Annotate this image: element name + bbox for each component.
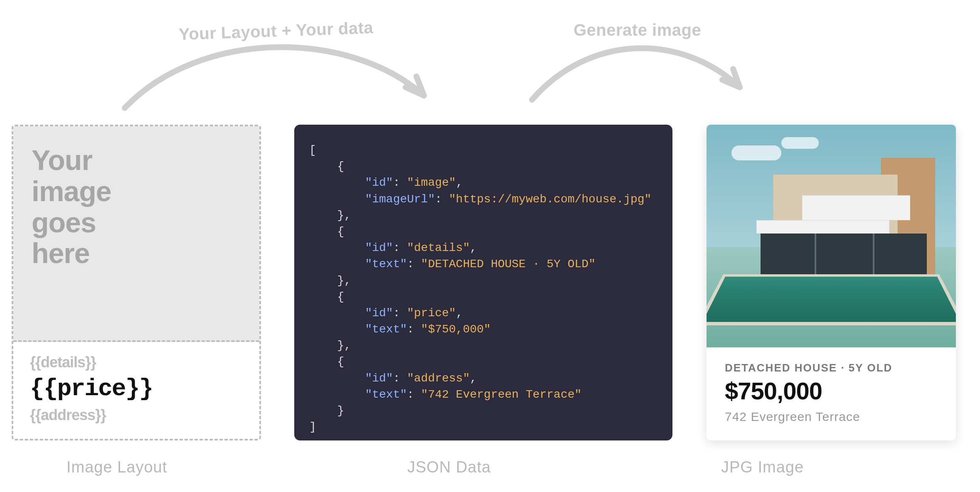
result-address-text: 742 Evergreen Terrace: [725, 410, 938, 424]
caption-json: JSON Data: [407, 458, 491, 476]
details-placeholder: {{details}}: [30, 354, 243, 371]
result-image-card: DETACHED HOUSE · 5Y OLD $750,000 742 Eve…: [707, 125, 956, 440]
layout-info-section: {{details}} {{price}} {{address}}: [13, 342, 259, 439]
layout-template-card: Yourimagegoeshere {{details}} {{price}} …: [12, 125, 261, 440]
address-placeholder: {{address}}: [30, 406, 243, 424]
caption-layout: Image Layout: [66, 458, 167, 476]
arrow-icon: [116, 37, 449, 129]
json-data-code-block: [ { "id": "image", "imageUrl": "https://…: [294, 125, 672, 440]
arc-label-right: Generate image: [574, 21, 701, 39]
result-info-section: DETACHED HOUSE · 5Y OLD $750,000 742 Eve…: [707, 347, 956, 440]
caption-result: JPG Image: [721, 458, 804, 476]
arrow-icon: [524, 37, 756, 121]
result-price-text: $750,000: [725, 377, 938, 405]
result-details-text: DETACHED HOUSE · 5Y OLD: [725, 362, 938, 374]
price-placeholder: {{price}}: [30, 375, 243, 402]
house-photo: [707, 125, 956, 347]
image-placeholder-slot: Yourimagegoeshere: [13, 126, 259, 342]
image-placeholder-text: Yourimagegoeshere: [32, 145, 111, 269]
